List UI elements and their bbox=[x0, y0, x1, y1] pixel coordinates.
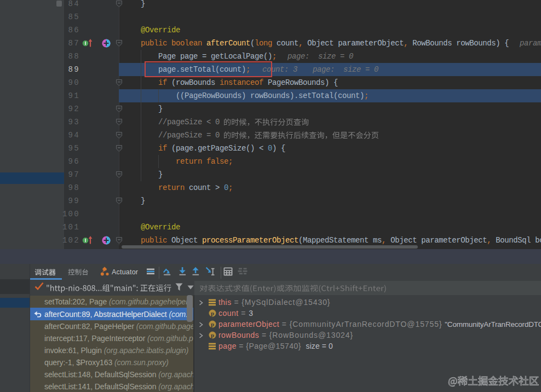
svg-text:p: p bbox=[211, 310, 214, 316]
svg-text:p: p bbox=[211, 332, 214, 338]
svg-text:p: p bbox=[211, 321, 214, 327]
